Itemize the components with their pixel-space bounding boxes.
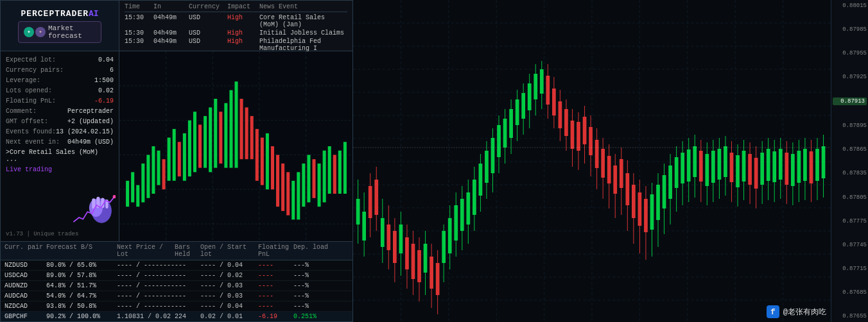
- price-label: 0.87865: [833, 146, 867, 153]
- svg-rect-37: [229, 90, 232, 168]
- svg-rect-57: [333, 155, 336, 194]
- svg-rect-26: [173, 129, 176, 181]
- price-label: 0.87775: [833, 218, 867, 225]
- svg-rect-194: [693, 146, 697, 177]
- svg-rect-172: [625, 173, 629, 205]
- svg-rect-90: [374, 180, 378, 215]
- svg-rect-162: [595, 140, 599, 168]
- svg-rect-166: [607, 156, 611, 183]
- svg-rect-190: [681, 153, 684, 183]
- svg-rect-18: [131, 172, 134, 202]
- info-row-leverage: Leverage: 1:500: [6, 76, 114, 85]
- svg-rect-84: [356, 199, 360, 225]
- svg-rect-23: [157, 151, 160, 185]
- info-row-next: Next event in: 04h49m (USD): [6, 137, 114, 147]
- logo-section: PERCEPTRADERAI ✦ ✦ Market forecast: [1, 1, 119, 51]
- svg-rect-42: [256, 129, 259, 181]
- svg-rect-39: [240, 99, 243, 159]
- svg-rect-222: [779, 149, 783, 180]
- svg-rect-200: [711, 151, 715, 183]
- svg-rect-198: [705, 154, 709, 186]
- svg-rect-156: [577, 122, 580, 151]
- svg-rect-98: [399, 225, 403, 253]
- svg-rect-116: [454, 205, 458, 241]
- svg-rect-58: [338, 151, 342, 194]
- version-text: v1.73 | Unique trades: [6, 231, 78, 237]
- svg-rect-148: [552, 89, 556, 115]
- market-forecast-button[interactable]: ✦ ✦ Market forecast: [18, 21, 101, 43]
- svg-rect-204: [724, 146, 727, 177]
- svg-rect-152: [564, 109, 568, 136]
- live-trading-button[interactable]: Live trading: [6, 166, 114, 173]
- svg-rect-31: [198, 124, 202, 167]
- svg-rect-49: [291, 181, 295, 220]
- svg-rect-44: [266, 133, 269, 189]
- svg-rect-100: [405, 237, 409, 269]
- table-row: NZDUSD 80.0% / 65.0% ---- / -------- ---…: [1, 260, 352, 271]
- news-row: 15:30 04h49m USD High Philadelphia Fed M…: [125, 38, 347, 52]
- top-bar: PERCEPTRADERAI ✦ ✦ Market forecast Time …: [0, 0, 353, 51]
- svg-rect-234: [815, 149, 819, 181]
- table-row: GBPCHF 90.2% / 100.0% 1.10831 / 0.02 224…: [1, 312, 352, 321]
- table-rows: NZDUSD 80.0% / 65.0% ---- / -------- ---…: [1, 260, 352, 321]
- svg-rect-176: [638, 192, 642, 226]
- mini-chart: [119, 51, 352, 241]
- svg-rect-46: [276, 155, 279, 207]
- svg-rect-21: [146, 155, 150, 198]
- svg-rect-216: [760, 153, 764, 185]
- svg-rect-144: [540, 69, 544, 94]
- svg-rect-56: [328, 146, 331, 194]
- svg-rect-112: [442, 231, 446, 263]
- svg-rect-140: [528, 83, 532, 110]
- info-row-lot: Expected lot: 0.04: [6, 55, 114, 65]
- svg-rect-22: [152, 146, 155, 194]
- svg-rect-154: [571, 121, 575, 149]
- bottom-table: Curr. pair Forecast B/S Next Price / Lot…: [0, 242, 353, 322]
- price-label: 0.88015: [833, 3, 867, 9]
- price-axis: 0.880150.879850.879550.879250.879130.878…: [831, 0, 868, 322]
- svg-rect-210: [742, 151, 746, 182]
- svg-rect-55: [323, 151, 326, 203]
- svg-rect-188: [675, 157, 679, 188]
- svg-rect-226: [791, 154, 795, 186]
- info-row-pairs: Currency pairs: 6: [6, 65, 114, 75]
- svg-rect-124: [479, 164, 483, 196]
- svg-rect-208: [736, 155, 740, 187]
- svg-rect-45: [271, 146, 274, 189]
- news-row: 15:30 04h49m USD High Initial Jobless Cl…: [125, 30, 347, 37]
- svg-rect-34: [214, 99, 217, 168]
- svg-rect-30: [193, 112, 196, 172]
- svg-rect-110: [436, 263, 440, 295]
- svg-rect-218: [767, 149, 770, 181]
- left-panel: PERCEPTRADERAI ✦ ✦ Market forecast Time …: [0, 0, 353, 322]
- svg-rect-43: [261, 138, 264, 185]
- gpt-icon: ✦: [24, 27, 34, 37]
- price-label: 0.87955: [833, 50, 867, 56]
- svg-rect-180: [650, 194, 654, 230]
- svg-rect-41: [250, 116, 254, 159]
- svg-rect-164: [601, 149, 605, 178]
- svg-rect-184: [663, 175, 666, 208]
- info-row-events: Events found: 13 (2024.02.15): [6, 127, 114, 137]
- svg-rect-132: [503, 119, 507, 148]
- svg-rect-38: [234, 81, 238, 168]
- svg-rect-27: [178, 142, 181, 176]
- info-panel: Expected lot: 0.04 Currency pairs: 6 Lev…: [1, 51, 119, 241]
- svg-rect-220: [772, 151, 776, 182]
- svg-rect-54: [318, 164, 321, 207]
- svg-rect-214: [754, 158, 758, 189]
- svg-rect-102: [412, 244, 415, 279]
- svg-rect-94: [386, 225, 390, 250]
- svg-rect-47: [281, 164, 284, 211]
- info-row-gmt: GMT offset: +2 (Updated): [6, 117, 114, 126]
- logo-text: PERCEPTRADERAI: [21, 9, 98, 19]
- svg-rect-206: [730, 153, 734, 182]
- svg-rect-86: [362, 212, 366, 241]
- svg-rect-138: [521, 93, 525, 119]
- svg-rect-120: [466, 192, 470, 225]
- watermark: f @老张有肉吃: [767, 305, 826, 318]
- info-row-lots: Lots opened: 0.02: [6, 86, 114, 96]
- svg-rect-212: [748, 154, 752, 185]
- price-label: 0.87913: [833, 97, 867, 105]
- svg-rect-186: [668, 165, 672, 199]
